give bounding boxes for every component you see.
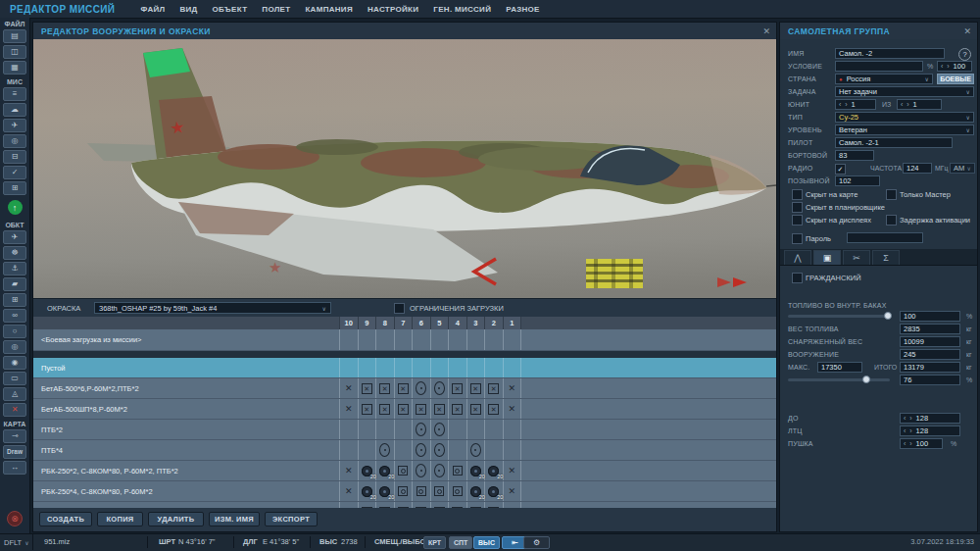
load-limits-checkbox[interactable] [394,303,405,314]
latitude-label: ШРТ [159,537,175,546]
menu-item-объект[interactable]: ОБЪЕКТ [213,5,248,14]
menu-item-разное[interactable]: РАЗНОЕ [506,5,540,14]
modulation-dropdown[interactable]: АМ ∨ [950,163,975,174]
help-button[interactable]: ? [958,48,971,61]
unit-list-button[interactable]: ⊞ [3,181,26,195]
aircraft-preview: ★ ★ [33,39,776,298]
open-mission-button[interactable]: ◫ [3,45,26,59]
loadout-row[interactable]: БетАБ-500*6,Р-60М*2,ПТБ*2✕✕✕✕✕✕✕✕ [33,378,776,399]
fly-mission-button[interactable]: ↑ [8,200,23,215]
close-icon[interactable]: ✕ [963,26,971,36]
gun-stepper[interactable]: ‹ › 100 [900,438,943,449]
exit-button[interactable]: ⊗ [7,511,23,526]
task-dropdown[interactable]: Нет задачи ∨ [835,86,974,97]
loadout-row[interactable]: Пустой [33,358,776,378]
weather-button[interactable]: ☁ [3,103,26,117]
add-waypoint-button[interactable]: ○ [3,325,26,338]
loadout-row[interactable]: ✕✕✕✕✕✕✕✕✕✕ [33,502,776,508]
condition-prob-stepper[interactable]: ‹ › 100 [937,61,972,72]
add-convoy-button[interactable]: ∞ [3,309,26,323]
late-activation-checkbox[interactable] [886,215,897,225]
group-id-button[interactable]: ▭ [3,372,26,385]
civil-checkbox[interactable] [792,273,803,283]
bullseye-button[interactable]: ◎ [3,134,26,148]
load-slider[interactable] [788,378,890,381]
pilot-name-input[interactable]: Самол. -2-1 [835,137,953,148]
summary-tab[interactable]: Σ [872,250,900,265]
condition-input[interactable] [835,61,923,72]
board-number-row: БОРТОВОЙ 83 [780,150,977,162]
altitude-view-button[interactable]: ВЫС [473,536,500,549]
loadout-row[interactable]: БетАБ-500ШП*8,Р-60М*2✕✕✕✕✕✕✕✕✕✕ [33,399,776,420]
chaff-stepper[interactable]: ‹ › 128 [900,413,960,424]
systems-tab[interactable]: ✂ [843,250,870,265]
menu-item-полет[interactable]: ПОЛЕТ [262,5,290,14]
map-preset-dropdown[interactable]: DFLT ∨ [0,534,33,550]
mission-check-button[interactable]: ✓ [3,166,26,179]
country-dropdown[interactable]: ● Россия ∨ [835,74,933,84]
settings-button[interactable]: ⚙ [523,536,550,549]
hidden-on-map-checkbox[interactable] [792,189,803,200]
loadout-row[interactable]: <Боевая загрузка из миссии> [33,329,776,351]
map-view-button[interactable]: КРТ [423,536,446,549]
delete-object-button[interactable]: ✕ [3,403,26,417]
satellite-view-button[interactable]: СПТ [449,536,472,549]
action-button-3[interactable]: УДАЛИТЬ [148,512,204,526]
add-static-button[interactable]: ⊞ [3,293,26,307]
menu-item-ген-миссий[interactable]: ГЕН. МИССИЙ [433,5,491,14]
add-shape-button[interactable]: ◬ [3,387,26,401]
loadout-row[interactable]: ПТБ*2 [33,420,776,440]
loadout-row[interactable]: ПТБ*4 [33,440,776,461]
radio-checkbox[interactable]: ✓ [835,164,846,175]
menu-item-файл[interactable]: ФАЙЛ [140,5,165,14]
hidden-on-mfd-checkbox[interactable] [792,215,803,225]
master-only-checkbox[interactable] [886,189,897,200]
loadout-row[interactable]: РБК-250*4, С-8КОМ*80, Р-60М*2✕20202020✕ [33,481,776,502]
group-name-input[interactable]: Самол. -2 [835,48,945,59]
password-input[interactable] [847,232,923,243]
add-target-button[interactable]: ◉ [3,356,26,370]
fuel-slider-thumb[interactable] [884,312,892,320]
aircraft-type-dropdown[interactable]: Су-25 ∨ [835,112,974,123]
close-icon[interactable]: ✕ [762,26,770,36]
flare-stepper[interactable]: ‹ › 128 [900,426,960,436]
add-zone-button[interactable]: ◎ [3,340,26,354]
frequency-input[interactable]: 124 [903,163,932,174]
unit-total-stepper[interactable]: ‹ › 1 [897,99,942,110]
fuel-percent-input[interactable]: 100 [900,311,960,322]
map-lock-button[interactable]: ⊸ [3,429,26,443]
unit-count-stepper[interactable]: ‹ › 1 [835,99,876,110]
combat-coalition-button[interactable]: БОЕВЫЕ [937,74,974,84]
map-draw-button[interactable]: Draw [3,445,26,459]
skill-dropdown[interactable]: Ветеран ∨ [835,125,974,135]
callsign-input[interactable]: 102 [835,175,880,186]
menu-item-кампания[interactable]: КАМПАНИЯ [305,5,353,14]
aircraft-3d-viewport[interactable]: ★ ★ [33,39,776,298]
loadout-row[interactable]: РБК-250*2, С-8КОМ*80, Р-60М*2, ПТБ*2✕202… [33,461,776,481]
mission-options-button[interactable]: ⊟ [3,150,26,164]
action-button-5[interactable]: ЭКСПОРТ [265,512,318,526]
add-helicopter-button[interactable]: ☸ [3,246,26,260]
action-button-4[interactable]: ИЗМ. ИМЯ [209,512,260,526]
add-vehicle-button[interactable]: ▰ [3,277,26,291]
add-ship-button[interactable]: ⚓ [3,262,26,276]
save-mission-button[interactable]: ▦ [3,61,26,75]
map-ruler-button[interactable]: ↔ [3,461,26,475]
add-airplane-button[interactable]: ✈ [3,230,26,244]
action-button-2[interactable]: КОПИЯ [97,512,143,526]
route-edit-button[interactable]: ✈ [3,119,26,132]
skin-dropdown[interactable]: 368th_OSHAP #25 by 59th_Jack #4 ∨ [94,302,331,314]
payload-tab[interactable]: ▣ [813,250,841,265]
new-mission-button[interactable]: ▤ [3,29,26,43]
load-slider-thumb[interactable] [862,376,870,383]
fuel-slider[interactable] [788,315,890,318]
menu-item-настройки[interactable]: НАСТРОЙКИ [368,5,418,14]
hidden-in-planner-checkbox[interactable] [792,202,803,213]
menu-item-вид[interactable]: ВИД [179,5,197,14]
briefing-button[interactable]: ≡ [3,87,26,101]
board-number-input[interactable]: 83 [835,150,874,161]
fuel-mass-input[interactable]: 2835 [900,324,960,334]
action-button-1[interactable]: СОЗДАТЬ [39,512,92,526]
route-tab[interactable]: ⋀ [784,250,811,265]
password-checkbox[interactable] [792,233,803,244]
